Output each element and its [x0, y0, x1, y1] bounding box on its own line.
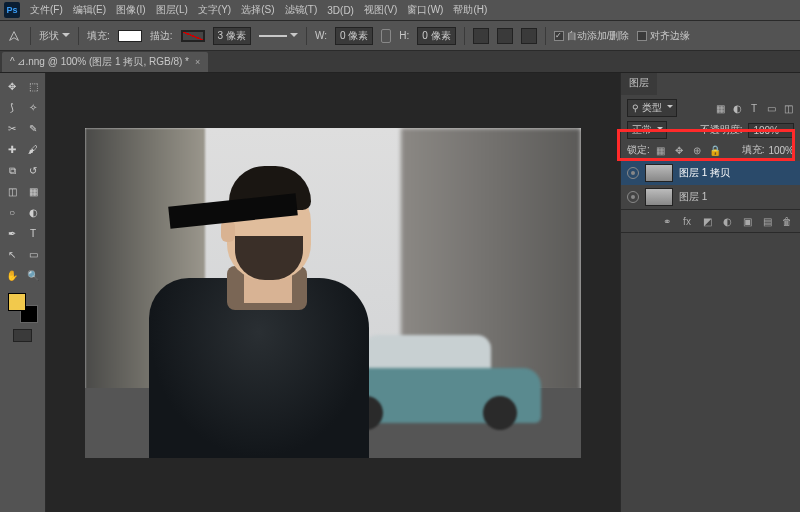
- layer-filter-dropdown[interactable]: ⚲ 类型: [627, 99, 677, 117]
- layer-thumbnail[interactable]: [645, 164, 673, 182]
- lock-artboard-icon[interactable]: ⊕: [690, 143, 704, 157]
- close-icon[interactable]: ×: [195, 57, 200, 67]
- layer-thumbnail[interactable]: [645, 188, 673, 206]
- menu-window[interactable]: 窗口(W): [407, 3, 443, 17]
- healing-tool[interactable]: ✚: [3, 140, 22, 159]
- fill-opacity-label: 填充:: [742, 143, 765, 157]
- filter-shape-icon[interactable]: ▭: [765, 102, 777, 114]
- right-panel-column: 图层 ⚲ 类型 ▦ ◐ T ▭ ◫ 正常 不透明度: 100%: [620, 73, 800, 512]
- link-layers-icon[interactable]: ⚭: [660, 214, 674, 228]
- dodge-tool[interactable]: ◐: [24, 203, 43, 222]
- width-label: W:: [315, 30, 327, 41]
- layer-name[interactable]: 图层 1: [679, 190, 707, 204]
- path-arrange-button[interactable]: [521, 28, 537, 44]
- new-layer-icon[interactable]: ▤: [760, 214, 774, 228]
- blend-mode-dropdown[interactable]: 正常: [627, 121, 667, 139]
- document-canvas[interactable]: [85, 128, 581, 458]
- menu-bar: Ps 文件(F) 编辑(E) 图像(I) 图层(L) 文字(Y) 选择(S) 滤…: [0, 0, 800, 21]
- shape-tool[interactable]: ▭: [24, 245, 43, 264]
- pen-tool-icon[interactable]: [6, 28, 22, 44]
- auto-add-delete-checkbox[interactable]: ✓自动添加/删除: [554, 29, 630, 43]
- path-select-tool[interactable]: ↖: [3, 245, 22, 264]
- filter-pixel-icon[interactable]: ▦: [714, 102, 726, 114]
- menu-image[interactable]: 图像(I): [116, 3, 145, 17]
- toolbox: ✥⬚ ⟆✧ ✂✎ ✚🖌 ⧉↺ ◫▦ ○◐ ✒T ↖▭ ✋🔍: [0, 73, 46, 512]
- fill-label: 填充:: [87, 29, 110, 43]
- path-align-button[interactable]: [497, 28, 513, 44]
- document-tab-title: ^ ⊿.nng @ 100% (图层 1 拷贝, RGB/8) *: [10, 55, 189, 69]
- eraser-tool[interactable]: ◫: [3, 182, 22, 201]
- height-field[interactable]: 0 像素: [417, 27, 455, 45]
- opacity-field[interactable]: 100%: [748, 123, 794, 138]
- hand-tool[interactable]: ✋: [3, 266, 22, 285]
- marquee-tool[interactable]: ⬚: [24, 77, 43, 96]
- fill-swatch[interactable]: [118, 30, 142, 42]
- crop-tool[interactable]: ✂: [3, 119, 22, 138]
- eyedropper-tool[interactable]: ✎: [24, 119, 43, 138]
- move-tool[interactable]: ✥: [3, 77, 22, 96]
- gradient-tool[interactable]: ▦: [24, 182, 43, 201]
- menu-help[interactable]: 帮助(H): [453, 3, 487, 17]
- brush-tool[interactable]: 🖌: [24, 140, 43, 159]
- menu-view[interactable]: 视图(V): [364, 3, 397, 17]
- layer-filter-label: 类型: [642, 102, 662, 113]
- pen-tool[interactable]: ✒: [3, 224, 22, 243]
- type-tool[interactable]: T: [24, 224, 43, 243]
- layer-row[interactable]: 图层 1: [621, 185, 800, 209]
- visibility-icon[interactable]: [627, 191, 639, 203]
- menu-select[interactable]: 选择(S): [241, 3, 274, 17]
- lock-pixels-icon[interactable]: ▦: [654, 143, 668, 157]
- blur-tool[interactable]: ○: [3, 203, 22, 222]
- fx-icon[interactable]: fx: [680, 214, 694, 228]
- stroke-label: 描边:: [150, 29, 173, 43]
- lasso-tool[interactable]: ⟆: [3, 98, 22, 117]
- canvas-area[interactable]: [46, 73, 620, 512]
- layers-panel: 图层 ⚲ 类型 ▦ ◐ T ▭ ◫ 正常 不透明度: 100%: [621, 73, 800, 233]
- fill-opacity-field[interactable]: 100%: [768, 145, 794, 156]
- document-tab[interactable]: ^ ⊿.nng @ 100% (图层 1 拷贝, RGB/8) * ×: [2, 52, 208, 72]
- layers-list: 图层 1 拷贝 图层 1: [621, 161, 800, 209]
- lock-position-icon[interactable]: ✥: [672, 143, 686, 157]
- quick-mask-toggle[interactable]: [13, 329, 32, 342]
- visibility-icon[interactable]: [627, 167, 639, 179]
- tool-mode-label: 形状: [39, 29, 59, 43]
- group-icon[interactable]: ▣: [740, 214, 754, 228]
- height-label: H:: [399, 30, 409, 41]
- filter-type-icon[interactable]: T: [748, 102, 760, 114]
- filter-adjust-icon[interactable]: ◐: [731, 102, 743, 114]
- menu-edit[interactable]: 编辑(E): [73, 3, 106, 17]
- menu-layer[interactable]: 图层(L): [156, 3, 188, 17]
- trash-icon[interactable]: 🗑: [780, 214, 794, 228]
- layer-name[interactable]: 图层 1 拷贝: [679, 166, 730, 180]
- filter-smart-icon[interactable]: ◫: [782, 102, 794, 114]
- link-icon[interactable]: [381, 29, 391, 43]
- path-ops-button[interactable]: [473, 28, 489, 44]
- stroke-style-dropdown[interactable]: [259, 30, 298, 41]
- mask-icon[interactable]: ◩: [700, 214, 714, 228]
- lock-label: 锁定:: [627, 143, 650, 157]
- align-edges-checkbox[interactable]: 对齐边缘: [637, 29, 690, 43]
- tool-mode-dropdown[interactable]: 形状: [39, 29, 70, 43]
- opacity-label: 不透明度:: [700, 123, 743, 137]
- stamp-tool[interactable]: ⧉: [3, 161, 22, 180]
- document-tab-bar: ^ ⊿.nng @ 100% (图层 1 拷贝, RGB/8) * ×: [0, 51, 800, 73]
- foreground-color-swatch[interactable]: [8, 293, 26, 311]
- layer-row[interactable]: 图层 1 拷贝: [621, 161, 800, 185]
- auto-add-delete-label: 自动添加/删除: [567, 29, 630, 43]
- menu-filter[interactable]: 滤镜(T): [285, 3, 318, 17]
- lock-all-icon[interactable]: 🔒: [708, 143, 722, 157]
- app-logo: Ps: [4, 2, 20, 18]
- stroke-width-field[interactable]: 3 像素: [213, 27, 251, 45]
- menu-3d[interactable]: 3D(D): [327, 5, 354, 16]
- history-brush-tool[interactable]: ↺: [24, 161, 43, 180]
- menu-type[interactable]: 文字(Y): [198, 3, 231, 17]
- adjustment-icon[interactable]: ◐: [720, 214, 734, 228]
- color-swatches[interactable]: [8, 293, 38, 323]
- layers-panel-tab[interactable]: 图层: [621, 73, 657, 95]
- wand-tool[interactable]: ✧: [24, 98, 43, 117]
- width-field[interactable]: 0 像素: [335, 27, 373, 45]
- zoom-tool[interactable]: 🔍: [24, 266, 43, 285]
- menu-file[interactable]: 文件(F): [30, 3, 63, 17]
- stroke-swatch[interactable]: [181, 30, 205, 42]
- align-edges-label: 对齐边缘: [650, 29, 690, 43]
